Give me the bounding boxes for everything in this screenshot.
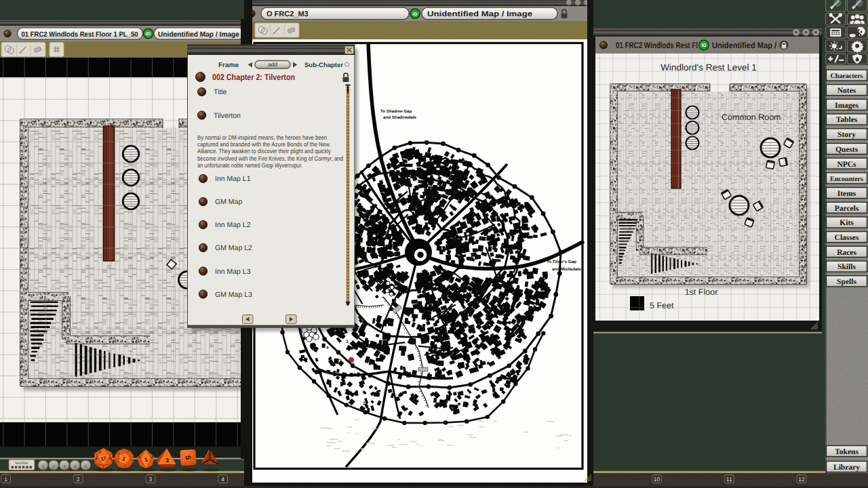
svg-text:Inn Map L3: Inn Map L3: [215, 268, 251, 276]
svg-text:Spells: Spells: [837, 278, 856, 286]
svg-text:Encounters: Encounters: [830, 176, 863, 183]
svg-text:2: 2: [363, 401, 366, 406]
svg-text:1: 1: [4, 476, 7, 483]
svg-text:To Shadow Gap: To Shadow Gap: [380, 109, 412, 114]
svg-text:3: 3: [63, 464, 66, 470]
svg-text:5 Feet: 5 Feet: [650, 301, 674, 310]
svg-text:Tilverton: Tilverton: [214, 112, 241, 120]
svg-text:2: 2: [212, 460, 214, 464]
svg-text:2: 2: [52, 464, 55, 470]
svg-text:Story: Story: [837, 131, 856, 139]
svg-text:4: 4: [221, 476, 224, 483]
svg-text:NPCs: NPCs: [837, 161, 856, 169]
svg-text:Images: Images: [835, 102, 859, 110]
svg-text:By normal or DM-inspired means: By normal or DM-inspired means, the hero…: [197, 134, 327, 141]
svg-text:To Tilver's Gap: To Tilver's Gap: [547, 260, 576, 264]
svg-text:an unfortunate noble named Gio: an unfortunate noble named Giogi Wyverns…: [197, 162, 302, 169]
svg-text:ID: ID: [146, 32, 151, 37]
svg-text:Classes: Classes: [835, 234, 859, 242]
svg-text:Unidentified Map /: Unidentified Map /: [712, 41, 776, 50]
svg-text:O FRC2_M3: O FRC2_M3: [267, 10, 309, 18]
svg-text:12: 12: [108, 457, 112, 460]
svg-text:Alliance. They awaken to disco: Alliance. They awaken to discover their …: [197, 148, 331, 155]
svg-text:3: 3: [165, 457, 169, 464]
svg-text:5: 5: [183, 455, 191, 460]
svg-text:Modifier: Modifier: [15, 462, 28, 466]
svg-text:add: add: [268, 61, 277, 68]
svg-text:Library: Library: [833, 464, 860, 472]
svg-text:1st Floor: 1st Floor: [685, 287, 718, 297]
svg-text:and Mistledale: and Mistledale: [552, 267, 581, 272]
svg-text:captured and branded with the: captured and branded with the Azure Bond…: [197, 141, 330, 148]
svg-text:5: 5: [84, 464, 87, 470]
svg-text:Sub-Chapter: Sub-Chapter: [304, 62, 343, 69]
svg-text:10: 10: [654, 476, 660, 483]
svg-text:1: 1: [339, 359, 342, 363]
svg-text:Quests: Quests: [835, 146, 859, 154]
svg-text:Notes: Notes: [837, 87, 856, 95]
svg-text:002 Chapter 2: Tilverton: 002 Chapter 2: Tilverton: [212, 73, 295, 82]
svg-text:2: 2: [77, 476, 80, 483]
svg-text:Tables: Tables: [836, 116, 858, 124]
svg-text:become involved with the Fire: become involved with the Fire Knives, th…: [197, 155, 343, 162]
svg-text:Items: Items: [837, 190, 856, 198]
svg-text:and Shadowdale: and Shadowdale: [383, 115, 416, 120]
svg-text:1: 1: [41, 464, 44, 470]
svg-text:Unidentified Map / Image: Unidentified Map / Image: [427, 10, 532, 18]
svg-text:Skills: Skills: [837, 263, 856, 271]
svg-text:GM Map L3: GM Map L3: [215, 291, 252, 299]
svg-text:GM Map L2: GM Map L2: [215, 244, 252, 252]
svg-text:8: 8: [428, 372, 431, 377]
svg-text:Unidentified Map / Image: Unidentified Map / Image: [158, 30, 239, 39]
svg-text:4: 4: [326, 346, 329, 350]
svg-text:Characters: Characters: [831, 73, 863, 80]
svg-text:ID: ID: [413, 12, 418, 17]
svg-text:9: 9: [437, 402, 440, 407]
svg-text:3: 3: [149, 476, 152, 483]
svg-text:ID: ID: [702, 43, 707, 48]
svg-text:GM Map: GM Map: [215, 198, 242, 206]
svg-text:Tokens: Tokens: [835, 448, 859, 456]
svg-text:4: 4: [206, 460, 208, 464]
svg-text:Common Room: Common Room: [722, 113, 781, 122]
svg-text:Windlord's Rest Level 1: Windlord's Rest Level 1: [660, 62, 756, 73]
svg-text:Frame: Frame: [218, 62, 239, 69]
svg-text:01 FRC2 Windlods Rest Floor 1: 01 FRC2 Windlods Rest Floor 1 PL_50: [22, 30, 138, 39]
svg-text:3: 3: [346, 340, 349, 344]
svg-text:Parcels: Parcels: [835, 205, 859, 213]
svg-text:Kits: Kits: [840, 219, 854, 227]
svg-text:11: 11: [726, 476, 732, 483]
svg-text:12: 12: [798, 476, 805, 483]
svg-text:Races: Races: [837, 249, 856, 257]
svg-text:Inn Map L1: Inn Map L1: [215, 175, 251, 183]
svg-text:Inn Map L2: Inn Map L2: [215, 221, 251, 229]
svg-text:Title: Title: [214, 88, 227, 96]
svg-text:01 FRC2 Windlods Rest Fl: 01 FRC2 Windlods Rest Fl: [616, 41, 698, 50]
